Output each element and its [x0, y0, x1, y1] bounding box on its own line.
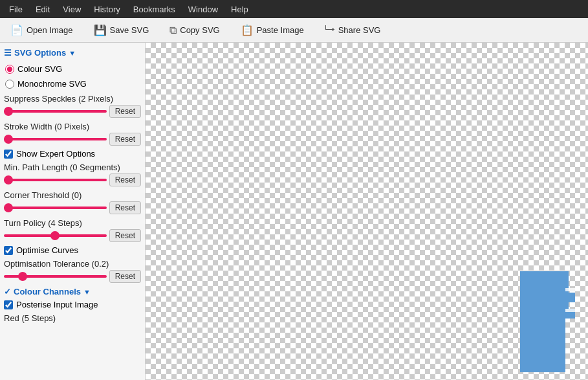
menubar: File Edit View History Bookmarks Window … — [0, 0, 588, 18]
open-image-icon: 📄 — [10, 24, 23, 36]
min-path-reset[interactable]: Reset — [109, 173, 141, 186]
save-svg-button[interactable]: 💾 Save SVG — [90, 21, 153, 39]
toolbar: 📄 Open Image 💾 Save SVG ⧉ Copy SVG 📋 Pas… — [0, 18, 588, 43]
corner-threshold-slider[interactable] — [4, 207, 107, 209]
menu-view[interactable]: View — [56, 2, 87, 17]
monochrome-svg-radio[interactable] — [5, 80, 14, 89]
optimise-curves-checkbox[interactable] — [4, 246, 13, 255]
svg-options-header[interactable]: ☰ SVG Options ▼ — [3, 47, 142, 59]
show-expert-label: Show Expert Options — [16, 149, 95, 159]
colour-channels-arrow-icon: ▼ — [83, 288, 91, 296]
show-expert-checkbox[interactable] — [4, 150, 13, 159]
svg-options-label: SVG Options — [14, 48, 66, 58]
min-path-length-label: Min. Path Length (0 Segments) — [4, 162, 142, 172]
posterise-checkbox[interactable] — [4, 300, 13, 309]
optimise-curves-label: Optimise Curves — [16, 245, 78, 255]
optimisation-tolerance-label: Optimisation Tolerance (0.2) — [4, 259, 142, 269]
colour-channels-header[interactable]: ✓ Colour Channels ▼ — [4, 287, 142, 296]
stroke-width-slider[interactable] — [4, 138, 107, 140]
save-svg-icon: 💾 — [94, 24, 107, 36]
red-label: Red (5 Steps) — [4, 313, 142, 323]
menu-history[interactable]: History — [87, 2, 126, 17]
menu-edit[interactable]: Edit — [29, 2, 56, 17]
corner-threshold-label: Corner Threshold (0) — [4, 190, 142, 200]
corner-threshold-row: Reset — [3, 201, 142, 214]
suppress-speckles-label: Suppress Speckles (2 Pixels) — [4, 94, 142, 104]
monochrome-svg-label: Monochrome SVG — [17, 79, 87, 89]
open-image-label: Open Image — [27, 25, 73, 35]
paste-image-label: Paste Image — [257, 25, 304, 35]
copy-svg-label: Copy SVG — [180, 25, 219, 35]
share-svg-button[interactable]: ⮡ Share SVG — [321, 22, 385, 39]
optimise-curves-row[interactable]: Optimise Curves — [4, 245, 141, 255]
paste-image-icon: 📋 — [241, 24, 254, 36]
optimisation-tolerance-slider[interactable] — [4, 275, 107, 278]
suppress-speckles-slider[interactable] — [4, 110, 107, 113]
svg-options-icon: ☰ — [4, 48, 12, 58]
turn-policy-slider[interactable] — [4, 234, 107, 237]
stroke-width-reset[interactable]: Reset — [109, 133, 141, 146]
paste-image-button[interactable]: 📋 Paste Image — [237, 21, 308, 39]
sidebar: ☰ SVG Options ▼ Colour SVG Monochrome SV… — [0, 43, 146, 380]
suppress-speckles-row: Reset — [3, 105, 142, 118]
menu-bookmarks[interactable]: Bookmarks — [127, 2, 182, 17]
stroke-width-label: Stroke Width (0 Pixels) — [4, 122, 142, 131]
colour-channels-check-icon: ✓ — [4, 287, 11, 296]
turn-policy-row: Reset — [3, 229, 142, 242]
colour-svg-radio[interactable] — [5, 65, 14, 74]
share-svg-icon: ⮡ — [325, 25, 335, 36]
stroke-width-row: Reset — [3, 133, 142, 146]
blue-shape — [517, 270, 578, 374]
posterise-label: Posterise Input Image — [16, 300, 98, 309]
turn-policy-label: Turn Policy (4 Steps) — [4, 218, 142, 228]
colour-svg-label: Colour SVG — [17, 64, 62, 74]
colour-channels-label: Colour Channels — [14, 287, 81, 296]
turn-policy-reset[interactable]: Reset — [109, 229, 141, 242]
svg-rect-1 — [565, 309, 577, 312]
copy-svg-icon: ⧉ — [169, 25, 177, 36]
optimisation-tolerance-row: Reset — [3, 270, 142, 283]
canvas-area — [146, 43, 588, 380]
share-svg-label: Share SVG — [338, 25, 381, 35]
menu-help[interactable]: Help — [224, 2, 255, 17]
monochrome-svg-option[interactable]: Monochrome SVG — [3, 78, 142, 90]
svg-rect-0 — [565, 288, 577, 291]
posterise-row[interactable]: Posterise Input Image — [4, 300, 141, 309]
min-path-row: Reset — [3, 173, 142, 186]
menu-file[interactable]: File — [3, 2, 29, 17]
copy-svg-button[interactable]: ⧉ Copy SVG — [166, 22, 223, 39]
save-svg-label: Save SVG — [110, 25, 149, 35]
open-image-button[interactable]: 📄 Open Image — [6, 21, 77, 39]
colour-svg-option[interactable]: Colour SVG — [3, 63, 142, 75]
min-path-slider[interactable] — [4, 179, 107, 181]
main-area: ☰ SVG Options ▼ Colour SVG Monochrome SV… — [0, 43, 588, 380]
corner-threshold-reset[interactable]: Reset — [109, 201, 141, 214]
menu-window[interactable]: Window — [182, 2, 224, 17]
show-expert-options-row[interactable]: Show Expert Options — [4, 149, 141, 159]
svg-options-arrow-icon: ▼ — [69, 49, 76, 57]
optimisation-tolerance-reset[interactable]: Reset — [109, 270, 141, 283]
suppress-speckles-reset[interactable]: Reset — [109, 105, 141, 118]
